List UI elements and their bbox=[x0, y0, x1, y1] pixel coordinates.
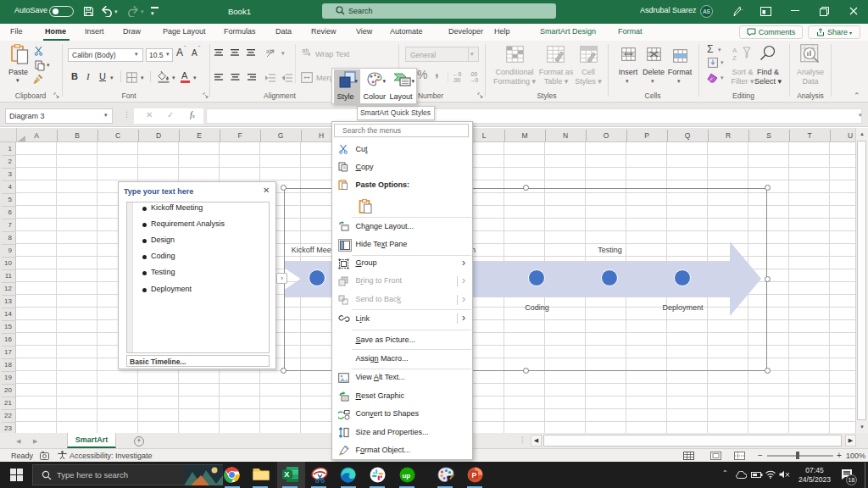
svg-text:ab: ab bbox=[266, 48, 273, 54]
svg-text:ab: ab bbox=[302, 47, 309, 54]
svg-text:Z: Z bbox=[732, 54, 737, 62]
svg-text:A: A bbox=[732, 47, 737, 54]
svg-text:X: X bbox=[284, 470, 289, 479]
svg-text:→0: →0 bbox=[470, 77, 479, 82]
svg-text:.00: .00 bbox=[453, 77, 460, 82]
svg-text:←0: ←0 bbox=[453, 71, 462, 77]
svg-text:P: P bbox=[471, 471, 476, 480]
svg-text:.00: .00 bbox=[470, 71, 477, 77]
svg-text:up: up bbox=[402, 472, 410, 480]
